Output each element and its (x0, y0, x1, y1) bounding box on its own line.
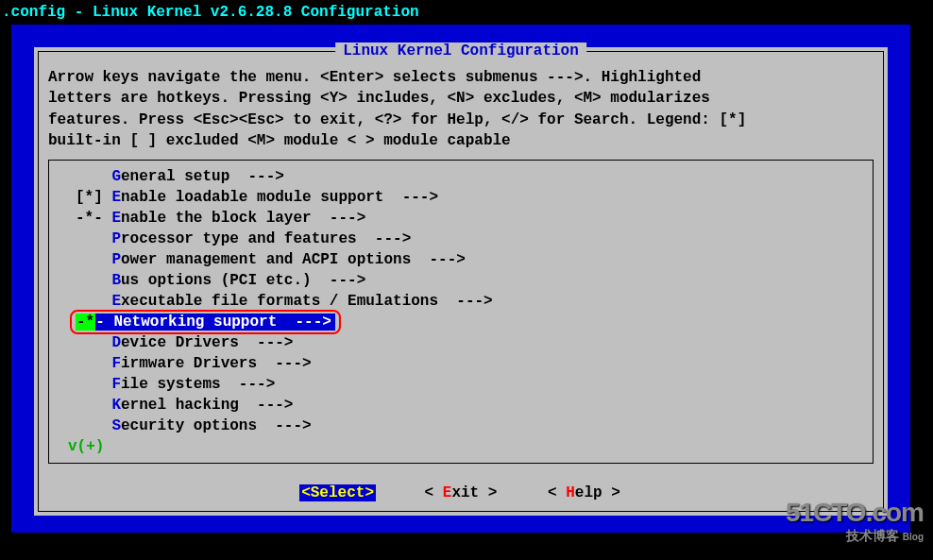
help-text: Arrow keys navigate the menu. <Enter> se… (39, 52, 883, 158)
menu-list[interactable]: General setup ---> [*] Enable loadable m… (48, 160, 874, 464)
menu-item-filesystems[interactable]: File systems ---> (49, 374, 873, 395)
help-button[interactable]: < Help > (546, 484, 622, 501)
menu-item-security[interactable]: Security options ---> (49, 416, 873, 436)
title-bar: .config - Linux Kernel v2.6.28.8 Configu… (0, 0, 933, 25)
help-line: built-in [ ] excluded <M> module < > mod… (48, 130, 874, 151)
main-window: Linux Kernel Configuration Arrow keys na… (11, 25, 910, 533)
menu-item-loadable-module[interactable]: [*] Enable loadable module support ---> (49, 187, 873, 208)
exit-button[interactable]: < Exit > (423, 484, 500, 501)
select-button[interactable]: <Select> (299, 484, 376, 501)
menu-item-device-drivers[interactable]: Device Drivers ---> (49, 332, 873, 353)
menu-item-kernel-hacking[interactable]: Kernel hacking ---> (49, 395, 873, 416)
help-line: features. Press <Esc><Esc> to exit, <?> … (48, 110, 874, 130)
menu-item-exec-formats[interactable]: Executable file formats / Emulations ---… (49, 291, 873, 312)
menu-item-processor[interactable]: Processor type and features ---> (49, 229, 873, 249)
help-line: Arrow keys navigate the menu. <Enter> se… (48, 67, 874, 88)
menu-item-general-setup[interactable]: General setup ---> (49, 166, 873, 187)
menu-item-networking[interactable]: -*- Networking support ---> (49, 312, 873, 332)
dialog-title: Linux Kernel Configuration (335, 42, 586, 59)
help-line: letters are hotkeys. Pressing <Y> includ… (48, 88, 874, 109)
menu-item-firmware[interactable]: Firmware Drivers ---> (49, 353, 873, 374)
menu-item-bus-options[interactable]: Bus options (PCI etc.) ---> (49, 270, 873, 291)
dialog-box: Linux Kernel Configuration Arrow keys na… (34, 47, 888, 516)
watermark: 51CTO.com 技术博客 Blog (786, 498, 924, 545)
scroll-down-indicator: v(+) (49, 436, 873, 457)
menu-item-block-layer[interactable]: -*- Enable the block layer ---> (49, 208, 873, 229)
button-row: <Select> < Exit > < Help > (39, 471, 883, 507)
menu-item-power-mgmt[interactable]: Power management and ACPI options ---> (49, 249, 873, 270)
